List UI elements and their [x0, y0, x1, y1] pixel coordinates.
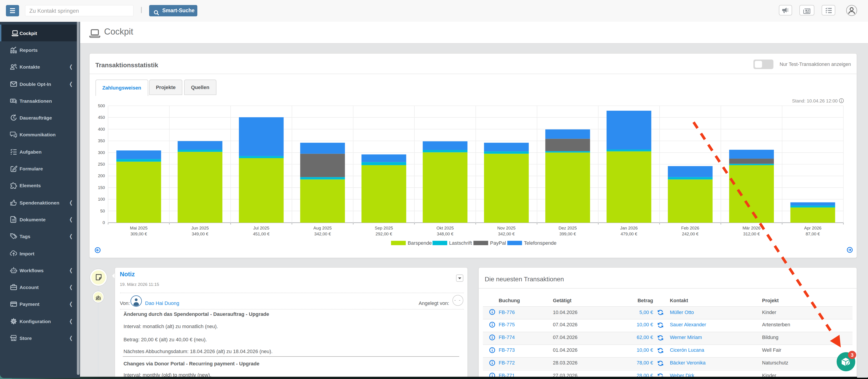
- svg-text:400: 400: [98, 127, 105, 131]
- svg-text:PayPal: PayPal: [490, 240, 506, 246]
- svg-text:Lastschrift: Lastschrift: [449, 240, 472, 246]
- svg-text:Aug 2025: Aug 2025: [313, 225, 332, 230]
- svg-text:450: 450: [98, 115, 105, 120]
- svg-text:Jul 2025: Jul 2025: [253, 225, 270, 230]
- svg-text:Feb 2026: Feb 2026: [681, 225, 699, 230]
- svg-text:312,00 €: 312,00 €: [743, 231, 760, 236]
- svg-text:Mai 2025: Mai 2025: [130, 225, 148, 230]
- svg-text:399,00 €: 399,00 €: [559, 231, 576, 236]
- svg-text:200: 200: [98, 173, 105, 178]
- svg-text:342,00 €: 342,00 €: [314, 231, 331, 236]
- svg-text:Jan 2026: Jan 2026: [620, 225, 638, 230]
- svg-text:Okt 2025: Okt 2025: [436, 225, 454, 230]
- svg-text:Jun 2025: Jun 2025: [191, 225, 209, 230]
- svg-text:348,00 €: 348,00 €: [437, 231, 454, 236]
- svg-text:292,00 €: 292,00 €: [376, 231, 393, 236]
- svg-text:0: 0: [102, 220, 105, 225]
- svg-text:350: 350: [98, 138, 105, 143]
- svg-text:Mär 2026: Mär 2026: [743, 225, 761, 230]
- svg-text:Telefonspende: Telefonspende: [524, 240, 557, 246]
- svg-text:479,00 €: 479,00 €: [621, 231, 638, 236]
- svg-text:Dez 2025: Dez 2025: [559, 225, 577, 230]
- svg-text:150: 150: [98, 185, 105, 190]
- svg-text:100: 100: [98, 197, 105, 201]
- svg-text:349,00 €: 349,00 €: [192, 231, 209, 236]
- svg-text:Barspende: Barspende: [408, 240, 432, 246]
- svg-text:451,00 €: 451,00 €: [253, 231, 270, 236]
- svg-text:Apr 2026: Apr 2026: [804, 225, 822, 230]
- svg-text:250: 250: [98, 162, 105, 166]
- svg-text:50: 50: [100, 208, 105, 213]
- svg-text:342,00 €: 342,00 €: [498, 231, 515, 236]
- svg-text:Nov 2025: Nov 2025: [497, 225, 516, 230]
- svg-text:300: 300: [98, 150, 105, 155]
- svg-text:309,00 €: 309,00 €: [130, 231, 147, 236]
- svg-text:87,00 €: 87,00 €: [806, 231, 820, 236]
- svg-text:Sep 2025: Sep 2025: [375, 225, 393, 230]
- svg-text:500: 500: [98, 103, 105, 108]
- svg-text:242,00 €: 242,00 €: [682, 231, 699, 236]
